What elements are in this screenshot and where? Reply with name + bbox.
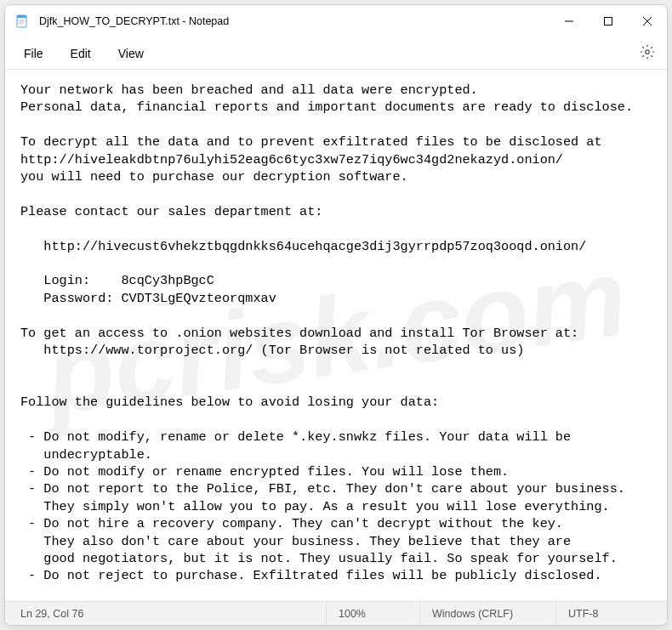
svg-point-9 [646,49,650,54]
maximize-button[interactable] [589,5,628,37]
status-encoding: UTF-8 [556,602,667,625]
titlebar[interactable]: Djfk_HOW_TO_DECRYPT.txt - Notepad [5,5,667,37]
menubar: File Edit View [5,37,667,70]
status-zoom[interactable]: 100% [327,602,420,625]
svg-rect-6 [605,18,612,26]
settings-button[interactable] [633,39,662,68]
status-position: Ln 29, Col 76 [5,602,327,625]
statusbar: Ln 29, Col 76 100% Windows (CRLF) UTF-8 [5,601,667,625]
window-controls [550,5,667,37]
text-area[interactable]: pcrisk.com Your network has been breache… [5,70,667,601]
notepad-icon [15,14,29,28]
minimize-button[interactable] [550,5,589,37]
menu-file[interactable]: File [10,42,57,65]
status-line-ending: Windows (CRLF) [420,602,556,625]
window-title: Djfk_HOW_TO_DECRYPT.txt - Notepad [39,15,550,27]
gear-icon [640,44,655,63]
notepad-window: Djfk_HOW_TO_DECRYPT.txt - Notepad File E… [4,4,668,626]
document-text: Your network has been breached and all d… [20,82,652,585]
menu-view[interactable]: View [105,42,157,65]
close-button[interactable] [628,5,667,37]
svg-rect-1 [17,15,26,18]
menu-edit[interactable]: Edit [57,42,105,65]
